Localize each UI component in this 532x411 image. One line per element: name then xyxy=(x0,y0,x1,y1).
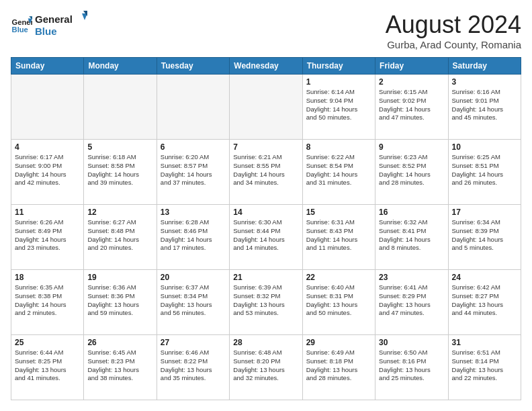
day-number: 22 xyxy=(306,273,371,282)
day-info: Sunrise: 6:27 AM Sunset: 8:48 PM Dayligh… xyxy=(87,218,152,253)
day-number: 11 xyxy=(15,208,80,217)
day-cell-3-4: 22Sunrise: 6:40 AM Sunset: 8:31 PM Dayli… xyxy=(302,270,375,335)
day-number: 15 xyxy=(306,208,371,217)
day-cell-2-0: 11Sunrise: 6:26 AM Sunset: 8:49 PM Dayli… xyxy=(11,205,84,270)
day-cell-1-1: 5Sunrise: 6:18 AM Sunset: 8:58 PM Daylig… xyxy=(84,140,157,205)
day-info: Sunrise: 6:14 AM Sunset: 9:04 PM Dayligh… xyxy=(306,88,371,122)
day-number: 27 xyxy=(161,338,226,347)
day-number: 8 xyxy=(306,142,371,152)
day-number: 21 xyxy=(233,273,298,282)
header-friday: Friday xyxy=(375,58,448,75)
day-info: Sunrise: 6:44 AM Sunset: 8:25 PM Dayligh… xyxy=(15,349,80,383)
day-number: 18 xyxy=(15,273,80,282)
day-number: 25 xyxy=(15,338,80,347)
day-cell-2-1: 12Sunrise: 6:27 AM Sunset: 8:48 PM Dayli… xyxy=(84,205,157,270)
day-info: Sunrise: 6:15 AM Sunset: 9:02 PM Dayligh… xyxy=(379,88,444,122)
day-info: Sunrise: 6:49 AM Sunset: 8:18 PM Dayligh… xyxy=(306,349,371,383)
day-number: 20 xyxy=(161,273,226,282)
page: General Blue General Blue August 2024 Gu… xyxy=(0,0,532,411)
day-cell-4-1: 26Sunrise: 6:45 AM Sunset: 8:23 PM Dayli… xyxy=(84,335,157,400)
day-cell-1-6: 10Sunrise: 6:25 AM Sunset: 8:51 PM Dayli… xyxy=(448,140,521,205)
day-info: Sunrise: 6:40 AM Sunset: 8:31 PM Dayligh… xyxy=(306,283,371,318)
week-row-1: 1Sunrise: 6:14 AM Sunset: 9:04 PM Daylig… xyxy=(11,75,521,140)
day-number: 17 xyxy=(452,208,517,217)
day-number: 6 xyxy=(161,142,226,152)
main-title: August 2024 xyxy=(386,11,521,39)
day-cell-3-5: 23Sunrise: 6:41 AM Sunset: 8:29 PM Dayli… xyxy=(375,270,448,335)
day-info: Sunrise: 6:28 AM Sunset: 8:46 PM Dayligh… xyxy=(161,218,226,253)
subtitle: Gurba, Arad County, Romania xyxy=(386,39,521,50)
logo: General Blue General Blue xyxy=(11,11,89,39)
day-cell-4-2: 27Sunrise: 6:46 AM Sunset: 8:22 PM Dayli… xyxy=(157,335,229,400)
day-number: 3 xyxy=(452,77,517,87)
day-number: 19 xyxy=(87,273,152,282)
header-saturday: Saturday xyxy=(448,58,521,75)
day-number: 4 xyxy=(15,142,80,152)
day-info: Sunrise: 6:37 AM Sunset: 8:34 PM Dayligh… xyxy=(161,283,226,318)
day-number: 2 xyxy=(379,77,444,87)
day-info: Sunrise: 6:23 AM Sunset: 8:52 PM Dayligh… xyxy=(379,153,444,187)
day-cell-2-6: 17Sunrise: 6:34 AM Sunset: 8:39 PM Dayli… xyxy=(448,205,521,270)
day-info: Sunrise: 6:48 AM Sunset: 8:20 PM Dayligh… xyxy=(233,349,298,383)
day-cell-4-6: 31Sunrise: 6:51 AM Sunset: 8:14 PM Dayli… xyxy=(448,335,521,400)
day-info: Sunrise: 6:51 AM Sunset: 8:14 PM Dayligh… xyxy=(452,349,517,383)
day-cell-1-3: 7Sunrise: 6:21 AM Sunset: 8:55 PM Daylig… xyxy=(230,140,302,205)
day-cell-2-2: 13Sunrise: 6:28 AM Sunset: 8:46 PM Dayli… xyxy=(157,205,229,270)
day-number: 1 xyxy=(306,77,371,87)
day-number: 13 xyxy=(161,208,226,217)
week-row-4: 18Sunrise: 6:35 AM Sunset: 8:38 PM Dayli… xyxy=(11,270,521,335)
day-info: Sunrise: 6:31 AM Sunset: 8:43 PM Dayligh… xyxy=(306,218,371,253)
logo-graphic: General Blue xyxy=(35,11,89,39)
day-info: Sunrise: 6:34 AM Sunset: 8:39 PM Dayligh… xyxy=(452,218,517,253)
day-info: Sunrise: 6:20 AM Sunset: 8:57 PM Dayligh… xyxy=(161,153,226,187)
week-row-3: 11Sunrise: 6:26 AM Sunset: 8:49 PM Dayli… xyxy=(11,205,521,270)
day-cell-0-6: 3Sunrise: 6:16 AM Sunset: 9:01 PM Daylig… xyxy=(448,75,521,140)
day-info: Sunrise: 6:36 AM Sunset: 8:36 PM Dayligh… xyxy=(87,283,152,318)
svg-text:Blue: Blue xyxy=(35,26,57,37)
day-number: 29 xyxy=(306,338,371,347)
day-cell-4-0: 25Sunrise: 6:44 AM Sunset: 8:25 PM Dayli… xyxy=(11,335,84,400)
day-cell-4-4: 29Sunrise: 6:49 AM Sunset: 8:18 PM Dayli… xyxy=(302,335,375,400)
day-number: 23 xyxy=(379,273,444,282)
day-number: 26 xyxy=(87,338,152,347)
svg-text:General: General xyxy=(35,13,73,25)
day-info: Sunrise: 6:50 AM Sunset: 8:16 PM Dayligh… xyxy=(379,349,444,383)
day-cell-1-4: 8Sunrise: 6:22 AM Sunset: 8:54 PM Daylig… xyxy=(302,140,375,205)
header-monday: Monday xyxy=(84,58,157,75)
day-cell-0-4: 1Sunrise: 6:14 AM Sunset: 9:04 PM Daylig… xyxy=(302,75,375,140)
day-number: 28 xyxy=(233,338,298,347)
day-info: Sunrise: 6:39 AM Sunset: 8:32 PM Dayligh… xyxy=(233,283,298,318)
day-cell-0-2 xyxy=(157,75,229,140)
day-number: 5 xyxy=(87,142,152,152)
header: General Blue General Blue August 2024 Gu… xyxy=(11,11,521,50)
day-info: Sunrise: 6:32 AM Sunset: 8:41 PM Dayligh… xyxy=(379,218,444,253)
day-info: Sunrise: 6:35 AM Sunset: 8:38 PM Dayligh… xyxy=(15,283,80,318)
day-number: 30 xyxy=(379,338,444,347)
day-number: 24 xyxy=(452,273,517,282)
day-info: Sunrise: 6:21 AM Sunset: 8:55 PM Dayligh… xyxy=(233,153,298,187)
header-sunday: Sunday xyxy=(11,58,84,75)
day-cell-3-6: 24Sunrise: 6:42 AM Sunset: 8:27 PM Dayli… xyxy=(448,270,521,335)
day-cell-1-2: 6Sunrise: 6:20 AM Sunset: 8:57 PM Daylig… xyxy=(157,140,229,205)
day-number: 12 xyxy=(87,208,152,217)
day-info: Sunrise: 6:18 AM Sunset: 8:58 PM Dayligh… xyxy=(87,153,152,187)
day-info: Sunrise: 6:17 AM Sunset: 9:00 PM Dayligh… xyxy=(15,153,80,187)
day-cell-4-3: 28Sunrise: 6:48 AM Sunset: 8:20 PM Dayli… xyxy=(230,335,302,400)
day-number: 9 xyxy=(379,142,444,152)
header-tuesday: Tuesday xyxy=(157,58,229,75)
day-info: Sunrise: 6:46 AM Sunset: 8:22 PM Dayligh… xyxy=(161,349,226,383)
day-number: 10 xyxy=(452,142,517,152)
day-info: Sunrise: 6:26 AM Sunset: 8:49 PM Dayligh… xyxy=(15,218,80,253)
header-thursday: Thursday xyxy=(302,58,375,75)
day-cell-3-2: 20Sunrise: 6:37 AM Sunset: 8:34 PM Dayli… xyxy=(157,270,229,335)
day-cell-4-5: 30Sunrise: 6:50 AM Sunset: 8:16 PM Dayli… xyxy=(375,335,448,400)
calendar-table: Sunday Monday Tuesday Wednesday Thursday… xyxy=(11,57,521,400)
day-cell-2-4: 15Sunrise: 6:31 AM Sunset: 8:43 PM Dayli… xyxy=(302,205,375,270)
day-info: Sunrise: 6:16 AM Sunset: 9:01 PM Dayligh… xyxy=(452,88,517,122)
day-info: Sunrise: 6:41 AM Sunset: 8:29 PM Dayligh… xyxy=(379,283,444,318)
logo-icon: General Blue xyxy=(11,14,32,36)
day-info: Sunrise: 6:45 AM Sunset: 8:23 PM Dayligh… xyxy=(87,349,152,383)
day-cell-2-5: 16Sunrise: 6:32 AM Sunset: 8:41 PM Dayli… xyxy=(375,205,448,270)
day-cell-1-0: 4Sunrise: 6:17 AM Sunset: 9:00 PM Daylig… xyxy=(11,140,84,205)
svg-text:Blue: Blue xyxy=(12,26,28,34)
